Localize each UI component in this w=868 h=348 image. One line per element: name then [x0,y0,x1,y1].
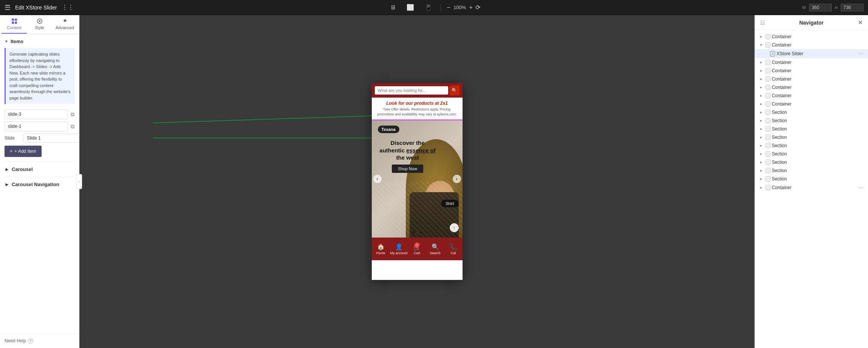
dot-1 [412,231,415,234]
nav-label-2: Container [772,60,863,65]
texana-badge: Texana [378,126,399,133]
nav-row-container-4[interactable]: ► □ Container [755,75,868,83]
slide-1-duplicate-btn[interactable]: ⧉ [70,122,76,131]
nav-label-7: Container [772,101,863,107]
slider-next-btn[interactable]: › [453,175,461,183]
promo-subtitle: *See Offer details. Restrictions apply. … [376,107,459,117]
nav-home[interactable]: 🏠 Home [372,243,390,255]
shop-now-button[interactable]: Shop Now [392,165,423,173]
height-input[interactable] [841,4,863,11]
add-item-label: + Add Item [14,149,36,154]
scroll-top-btn[interactable]: ↑ [450,223,459,232]
svg-point-5 [39,20,40,22]
nav-row-section-8[interactable]: ► □ Section [755,175,868,183]
nav-more-last: ⋯ [858,185,863,191]
nav-row-container-last[interactable]: ► □ Container ⋯ [755,183,868,192]
slider-prev-btn[interactable]: ‹ [373,175,382,183]
nav-arrow-5: ► [759,85,764,89]
nav-row-section-4[interactable]: ► □ Section [755,141,868,150]
nav-arrow-3: ► [759,69,764,73]
nav-section-arrow-7: ► [759,169,764,172]
nav-arrow-6: ► [759,94,764,98]
slide-3-delete-btn[interactable]: ✕ [77,110,79,118]
tab-style[interactable]: Style [27,15,52,34]
slider-area: Texana Discover the authentic essence of… [372,120,463,238]
account-icon: 👤 [395,243,403,250]
nav-row-section-6[interactable]: ► □ Section [755,158,868,166]
slide-1-input[interactable] [5,121,68,131]
nav-row-container-0[interactable]: ► □ Container [755,33,868,41]
zoom-out-btn[interactable]: − [447,4,450,11]
slide-row-value[interactable] [23,134,79,143]
svg-rect-3 [15,22,17,24]
top-bar-right: W H [480,4,863,11]
nav-row-container-1[interactable]: ▼ □ Container [755,41,868,49]
zoom-controls: − 100% + ⟳ [447,4,481,11]
phone-search-input[interactable] [375,86,448,95]
nav-section-arrow-2: ► [759,127,764,131]
nav-row-section-0[interactable]: ► □ Section [755,108,868,117]
mobile-device-btn[interactable]: 📱 [422,2,435,12]
nav-row-container-2[interactable]: ► □ Container [755,58,868,67]
phone-search-button[interactable]: 🔍 [450,85,460,95]
h-label: H [835,5,838,10]
nav-arrow-1: ▼ [759,43,764,47]
slider-heading-essence: authentic essence of [379,147,435,154]
slide-3-duplicate-btn[interactable]: ⧉ [70,110,76,119]
nav-row-xstore-slider[interactable]: X XStore Slider ⋯ [755,49,868,58]
phone-search-bar: 🔍 [372,83,463,98]
nav-row-container-5[interactable]: ► □ Container [755,83,868,92]
nav-cart[interactable]: 🛒 1 Cart [408,243,426,255]
navigator-close-btn[interactable]: ✕ [858,19,863,26]
nav-section-icon-6: □ [766,160,770,165]
cal-icon: 📞 [450,243,457,250]
navigator-tree: ► □ Container ▼ □ Container X XStore Sli… [755,30,868,348]
nav-section-arrow-0: ► [759,110,764,114]
nav-section-arrow-5: ► [759,152,764,156]
tab-content[interactable]: Content [2,15,27,34]
grid-icon[interactable]: ⋮⋮ [62,4,74,11]
nav-row-section-7[interactable]: ► □ Section [755,166,868,175]
carousel-nav-label: Carousel Navigation [12,182,59,187]
nav-more-xstore[interactable]: ⋯ [858,51,863,57]
svg-rect-1 [15,19,17,21]
items-label: Items [11,39,23,44]
nav-search[interactable]: 🔍 Search [426,243,444,255]
nav-row-section-3[interactable]: ► □ Section [755,133,868,141]
device-switcher: 🖥 ⬜ 📱 − 100% + ⟳ [388,2,481,12]
nav-cal[interactable]: 📞 Cal [444,243,463,255]
width-input[interactable] [809,4,832,11]
nav-row-section-2[interactable]: ► □ Section [755,125,868,133]
divider-2 [5,177,75,177]
tablet-device-btn[interactable]: ⬜ [404,2,416,12]
zoom-level: 100% [453,5,466,10]
hamburger-icon[interactable]: ☰ [5,3,11,12]
right-panel: ☷ Navigator ✕ ► □ Container ▼ □ Containe… [755,15,868,348]
nav-account[interactable]: 👤 My account [390,243,408,255]
add-item-button[interactable]: + + Add Item [5,146,42,157]
desktop-device-btn[interactable]: 🖥 [388,3,398,12]
nav-row-container-7[interactable]: ► □ Container [755,100,868,108]
items-section-header[interactable]: ▼ Items [5,39,75,44]
promo-title: Look for our products at 2x1 [376,101,459,106]
need-help[interactable]: Need Help ? [0,333,79,348]
carousel-nav-arrow: ► [5,182,9,187]
panel-collapse-handle[interactable]: ‹ [76,174,82,189]
slider-heading: Discover the authentic essence of the we… [376,139,440,162]
slide-row: Slide [5,134,75,143]
carousel-nav-section-header[interactable]: ► Carousel Navigation [5,182,75,187]
slide-3-input[interactable] [5,109,68,119]
nav-row-container-6[interactable]: ► □ Container [755,92,868,100]
zoom-reset-btn[interactable]: ⟳ [475,4,480,11]
items-arrow: ▼ [5,39,8,44]
nav-row-container-3[interactable]: ► □ Container [755,67,868,75]
nav-row-section-5[interactable]: ► □ Section [755,150,868,158]
nav-row-section-1[interactable]: ► □ Section [755,117,868,125]
carousel-section-header[interactable]: ► Carousel [5,166,75,172]
slide-1-delete-btn[interactable]: ✕ [77,122,79,130]
add-item-plus: + [10,149,12,154]
nav-label-6: Container [772,93,863,98]
zoom-in-btn[interactable]: + [469,4,472,11]
nav-section-icon-8: □ [766,176,770,182]
tab-advanced[interactable]: Advanced [52,15,78,34]
